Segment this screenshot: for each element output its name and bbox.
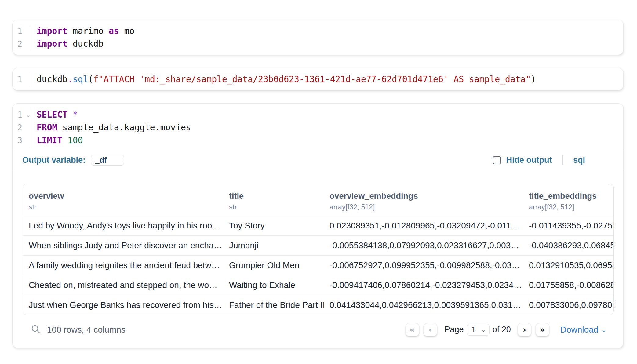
- sql-cell: 1⌄23SELECT *FROM sample_data.kaggle.movi…: [12, 103, 624, 348]
- column-type: array[f32, 512]: [329, 203, 523, 211]
- code-token: mo: [119, 26, 135, 36]
- line-number-gutter: 12: [13, 25, 31, 50]
- column-header-title[interactable]: titlestr: [223, 191, 324, 211]
- page-select[interactable]: 1 ⌄: [467, 324, 490, 336]
- table-header: overviewstrtitlestroverview_embeddingsar…: [23, 184, 613, 216]
- table-row[interactable]: Cheated on, mistreated and stepped on, t…: [23, 275, 613, 295]
- pagination: « ‹ Page 1 ⌄ of 20 › » Download ⌄: [406, 323, 606, 336]
- column-name: overview_embeddings: [329, 191, 523, 201]
- table-row[interactable]: Led by Woody, Andy's toys live happily i…: [23, 216, 613, 235]
- code-editor[interactable]: 1⌄23SELECT *FROM sample_data.kaggle.movi…: [13, 104, 623, 151]
- code-token: f: [93, 74, 98, 84]
- row-count-summary: 100 rows, 4 columns: [47, 325, 126, 335]
- table-cell: Cheated on, mistreated and stepped on, t…: [23, 275, 223, 295]
- code-token: duckdb: [37, 74, 67, 84]
- code-token: as: [109, 26, 119, 36]
- line-number: 1: [13, 73, 31, 86]
- code-lines[interactable]: SELECT *FROM sample_data.kaggle.moviesLI…: [31, 108, 623, 147]
- table-cell: -0.040386293,0.068451: [523, 236, 613, 256]
- code-token: sample_data.kaggle.movies: [57, 122, 191, 133]
- download-label: Download: [560, 325, 599, 335]
- table-cell: -0.011439355,-0.027528: [523, 216, 613, 236]
- column-type: str: [229, 203, 324, 211]
- hide-output-checkbox[interactable]: [493, 156, 501, 164]
- code-token: [62, 135, 67, 145]
- code-line[interactable]: duckdb.sql(f"ATTACH 'md:_share/sample_da…: [37, 73, 623, 86]
- code-token: LIMIT: [37, 135, 62, 145]
- notebook: 12import marimo as moimport duckdb 1duck…: [0, 0, 637, 348]
- last-page-button[interactable]: »: [536, 323, 549, 336]
- table-cell: Jumanji: [223, 236, 324, 256]
- column-header-title_embeddings[interactable]: title_embeddingsarray[f32, 512]: [523, 191, 613, 211]
- code-token: import: [37, 26, 67, 36]
- code-line[interactable]: import marimo as mo: [37, 25, 623, 38]
- output-variable-label: Output variable:: [22, 155, 86, 165]
- table-cell: Just when George Banks has recovered fro…: [23, 295, 223, 315]
- download-button[interactable]: Download ⌄: [560, 325, 606, 335]
- column-name: title: [229, 191, 324, 201]
- previous-page-button[interactable]: ‹: [424, 323, 437, 336]
- code-lines[interactable]: duckdb.sql(f"ATTACH 'md:_share/sample_da…: [31, 73, 623, 86]
- page-total-label: of 20: [493, 325, 511, 334]
- line-number: 2: [13, 38, 31, 50]
- page-label: Page: [445, 325, 464, 334]
- column-name: title_embeddings: [529, 191, 613, 201]
- table-row[interactable]: A family wedding reignites the ancient f…: [23, 255, 613, 275]
- table-cell: Father of the Bride Part II: [223, 295, 324, 315]
- column-type: str: [29, 203, 223, 211]
- table-cell: 0.007833006,0.097801: [523, 295, 613, 315]
- divider: [562, 155, 563, 165]
- output-variable-row: Output variable: Hide output sql: [13, 151, 623, 169]
- next-page-button[interactable]: ›: [518, 323, 531, 336]
- line-number-gutter: 1: [13, 73, 31, 86]
- code-line[interactable]: FROM sample_data.kaggle.movies: [37, 121, 623, 134]
- column-header-overview[interactable]: overviewstr: [23, 191, 223, 211]
- table-row[interactable]: Just when George Banks has recovered fro…: [23, 295, 613, 315]
- search-icon: [31, 324, 41, 335]
- result-table: overviewstrtitlestroverview_embeddingsar…: [23, 184, 614, 315]
- table-cell: -0.0055384138,0.07992093,0.023316627,0.0…: [324, 236, 523, 256]
- table-cell: -0.006752927,0.099952355,-0.009982588,-0…: [324, 256, 523, 275]
- table-cell: Led by Woody, Andy's toys live happily i…: [23, 216, 223, 236]
- code-token: SELECT: [37, 110, 67, 120]
- code-token: ): [531, 74, 536, 84]
- code-token: (: [88, 74, 93, 84]
- code-line[interactable]: LIMIT 100: [37, 134, 623, 147]
- output-variable-input[interactable]: [91, 155, 124, 166]
- code-line[interactable]: SELECT *: [37, 108, 623, 121]
- line-number: 2: [13, 121, 31, 134]
- table-row[interactable]: When siblings Judy and Peter discover an…: [23, 235, 613, 255]
- table-cell: A family wedding reignites the ancient f…: [23, 256, 223, 275]
- fold-chevron-icon[interactable]: ⌄: [27, 108, 30, 121]
- language-badge[interactable]: sql: [573, 155, 585, 165]
- code-line[interactable]: import duckdb: [37, 38, 623, 50]
- chevron-down-icon: ⌄: [481, 326, 486, 333]
- table-cell: Toy Story: [223, 216, 324, 236]
- code-editor[interactable]: 12import marimo as moimport duckdb: [13, 20, 623, 55]
- column-header-overview_embeddings[interactable]: overview_embeddingsarray[f32, 512]: [324, 191, 523, 211]
- line-number: 3: [13, 134, 31, 147]
- code-token: duckdb: [67, 39, 104, 49]
- code-token: "ATTACH 'md:_share/sample_data/23b0d623-…: [98, 74, 531, 84]
- search-button[interactable]: [29, 323, 42, 336]
- line-number: 1: [13, 25, 31, 38]
- code-lines[interactable]: import marimo as moimport duckdb: [31, 25, 623, 50]
- output-area: overviewstrtitlestroverview_embeddingsar…: [13, 169, 623, 315]
- import-cell: 12import marimo as moimport duckdb: [12, 20, 624, 55]
- line-number: 1⌄: [13, 108, 31, 121]
- table-cell: 0.01755858,-0.0086286: [523, 275, 613, 295]
- hide-output-label[interactable]: Hide output: [506, 155, 552, 165]
- table-footer: 100 rows, 4 columns « ‹ Page 1 ⌄ of 20 ›…: [23, 315, 614, 348]
- table-cell: Grumpier Old Men: [223, 256, 324, 275]
- column-name: overview: [29, 191, 223, 201]
- table-cell: 0.023089351,-0.012809965,-0.03209472,-0.…: [324, 216, 523, 236]
- line-number-gutter: 1⌄23: [13, 108, 31, 147]
- code-token: FROM: [37, 122, 57, 133]
- first-page-button[interactable]: «: [406, 323, 419, 336]
- table-cell: 0.0132910535,0.069581: [523, 256, 613, 275]
- code-editor[interactable]: 1duckdb.sql(f"ATTACH 'md:_share/sample_d…: [13, 68, 623, 90]
- code-token: import: [37, 39, 67, 49]
- table-cell: When siblings Judy and Peter discover an…: [23, 236, 223, 256]
- code-token: marimo: [67, 26, 109, 36]
- code-token: [67, 110, 73, 120]
